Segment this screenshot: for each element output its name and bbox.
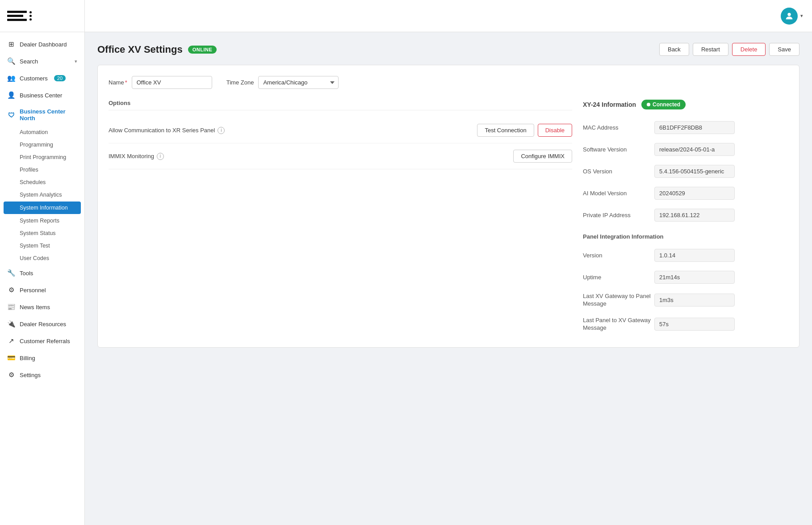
immix-label-area: IMMIX Monitoring i bbox=[109, 153, 164, 160]
user-menu[interactable]: ▾ bbox=[781, 8, 803, 25]
sidebar-label-search: Search bbox=[20, 58, 38, 65]
shield-icon: 🛡 bbox=[7, 111, 15, 119]
sidebar-sub-item-profiles[interactable]: Profiles bbox=[0, 164, 84, 176]
back-button[interactable]: Back bbox=[659, 43, 689, 56]
field-label: Private IP Address bbox=[583, 204, 654, 226]
sidebar-sub-item-system-test[interactable]: System Test bbox=[0, 239, 84, 252]
sidebar-sub-item-automation[interactable]: Automation bbox=[0, 126, 84, 139]
field-value: release/2024-05-01-a bbox=[654, 143, 735, 156]
timezone-select[interactable]: America/Chicago America/New_York America… bbox=[258, 76, 339, 89]
allow-comm-label-area: Allow Communication to XR Series Panel i bbox=[109, 127, 225, 134]
allow-comm-label: Allow Communication to XR Series Panel bbox=[109, 127, 215, 134]
table-row: MAC Address 6B1DFF2F8DB8 bbox=[583, 117, 788, 139]
sidebar-label-dealer-dashboard: Dealer Dashboard bbox=[20, 41, 67, 48]
table-row: Software Version release/2024-05-01-a bbox=[583, 139, 788, 160]
connected-badge: Connected bbox=[641, 100, 686, 109]
panel-info-table: Version 1.0.14 Uptime 21m14s Last XV Gat… bbox=[583, 244, 788, 336]
form-group-timezone: Time Zone America/Chicago America/New_Yo… bbox=[226, 76, 339, 89]
table-row: Version 1.0.14 bbox=[583, 244, 788, 266]
name-label: Name* bbox=[109, 79, 127, 86]
sidebar-item-business-center-north[interactable]: 🛡 Business Center North bbox=[0, 104, 84, 126]
allow-comm-row: Allow Communication to XR Series Panel i… bbox=[109, 118, 572, 143]
avatar bbox=[781, 8, 798, 25]
immix-info-icon[interactable]: i bbox=[157, 153, 164, 160]
field-label: MAC Address bbox=[583, 117, 654, 139]
sidebar-sub-item-user-codes[interactable]: User Codes bbox=[0, 252, 84, 265]
field-value: 5.4.156-0504155-generic bbox=[654, 165, 735, 178]
field-value: 1.0.14 bbox=[654, 249, 735, 262]
sidebar-label-news-items: News Items bbox=[20, 304, 50, 311]
table-row: OS Version 5.4.156-0504155-generic bbox=[583, 160, 788, 182]
field-value: 57s bbox=[654, 318, 735, 331]
options-section: Options Allow Communication to XR Series… bbox=[109, 100, 572, 336]
name-input[interactable] bbox=[132, 76, 212, 89]
field-value: 1m3s bbox=[654, 294, 735, 307]
page-title-area: Office XV Settings ONLINE bbox=[97, 44, 217, 55]
test-connection-button[interactable]: Test Connection bbox=[477, 124, 534, 137]
news-icon: 📰 bbox=[7, 303, 15, 311]
xy24-info-table: MAC Address 6B1DFF2F8DB8 Software Versio… bbox=[583, 117, 788, 226]
sidebar-sub-item-programming[interactable]: Programming bbox=[0, 139, 84, 151]
sidebar-label-customer-referrals: Customer Referrals bbox=[20, 338, 70, 344]
sidebar-item-billing[interactable]: 💳 Billing bbox=[0, 349, 84, 366]
logo bbox=[0, 0, 84, 32]
restart-button[interactable]: Restart bbox=[693, 43, 728, 56]
search-icon: 🔍 bbox=[7, 57, 15, 65]
field-value: 6B1DFF2F8DB8 bbox=[654, 121, 735, 134]
sidebar-item-dealer-dashboard[interactable]: ⊞ Dealer Dashboard bbox=[0, 36, 84, 53]
sidebar-sub-item-print-programming[interactable]: Print Programming bbox=[0, 151, 84, 164]
delete-button[interactable]: Delete bbox=[732, 43, 766, 56]
sidebar-item-search[interactable]: 🔍 Search ▾ bbox=[0, 53, 84, 70]
person-icon: 👤 bbox=[7, 91, 15, 99]
table-row: Last XV Gateway to Panel Message 1m3s bbox=[583, 288, 788, 312]
allow-comm-info-icon[interactable]: i bbox=[218, 127, 225, 134]
sidebar-sub-item-schedules[interactable]: Schedules bbox=[0, 176, 84, 189]
connected-label: Connected bbox=[653, 101, 680, 108]
billing-icon: 💳 bbox=[7, 354, 15, 362]
table-row: Uptime 21m14s bbox=[583, 266, 788, 288]
header-buttons: Back Restart Delete Save bbox=[659, 43, 799, 56]
sidebar-item-customers[interactable]: 👥 Customers 20 bbox=[0, 70, 84, 87]
field-label: Last Panel to XV Gateway Message bbox=[583, 312, 654, 336]
immix-actions: Configure IMMIX bbox=[513, 150, 572, 163]
sidebar-sub-item-system-information[interactable]: System Information bbox=[4, 202, 81, 214]
two-col-layout: Options Allow Communication to XR Series… bbox=[109, 100, 788, 336]
grid-icon: ⊞ bbox=[7, 40, 15, 48]
sidebar-item-customer-referrals[interactable]: ↗ Customer Referrals bbox=[0, 332, 84, 349]
sidebar-label-tools: Tools bbox=[20, 270, 33, 277]
sidebar-item-dealer-resources[interactable]: 🔌 Dealer Resources bbox=[0, 315, 84, 332]
sidebar-item-personnel[interactable]: ⚙ Personnel bbox=[0, 281, 84, 298]
chevron-icon: ▾ bbox=[75, 59, 77, 64]
logo-icon-right bbox=[29, 11, 32, 21]
sidebar-sub-item-system-analytics[interactable]: System Analytics bbox=[0, 189, 84, 201]
main-content: ▾ Office XV Settings ONLINE Back Restart… bbox=[85, 0, 812, 525]
sidebar-label-business-center: Business Center bbox=[20, 92, 62, 99]
field-label: AI Model Version bbox=[583, 182, 654, 204]
table-row: Last Panel to XV Gateway Message 57s bbox=[583, 312, 788, 336]
table-row: Private IP Address 192.168.61.122 bbox=[583, 204, 788, 226]
immix-row: IMMIX Monitoring i Configure IMMIX bbox=[109, 143, 572, 169]
xy24-header: XY-24 Information Connected bbox=[583, 100, 788, 109]
field-value: 20240529 bbox=[654, 187, 735, 200]
sidebar-item-news-items[interactable]: 📰 News Items bbox=[0, 298, 84, 315]
xy24-title: XY-24 Information bbox=[583, 101, 636, 108]
personnel-icon: ⚙ bbox=[7, 286, 15, 294]
form-group-name: Name* bbox=[109, 76, 212, 89]
configure-immix-button[interactable]: Configure IMMIX bbox=[513, 150, 572, 163]
field-label: Software Version bbox=[583, 139, 654, 160]
disable-button[interactable]: Disable bbox=[538, 124, 572, 137]
options-title: Options bbox=[109, 100, 572, 110]
field-value: 192.168.61.122 bbox=[654, 209, 735, 222]
page-content: Office XV Settings ONLINE Back Restart D… bbox=[85, 32, 812, 525]
save-button[interactable]: Save bbox=[769, 43, 799, 56]
page-title: Office XV Settings bbox=[97, 44, 183, 55]
sidebar-sub-item-system-reports[interactable]: System Reports bbox=[0, 214, 84, 227]
sidebar: ⊞ Dealer Dashboard 🔍 Search ▾ 👥 Customer… bbox=[0, 0, 85, 525]
sidebar-item-settings[interactable]: ⚙ Settings bbox=[0, 366, 84, 383]
sidebar-label-billing: Billing bbox=[20, 355, 35, 361]
sidebar-item-business-center[interactable]: 👤 Business Center bbox=[0, 87, 84, 104]
allow-comm-actions: Test Connection Disable bbox=[477, 124, 572, 137]
sidebar-item-tools[interactable]: 🔧 Tools bbox=[0, 265, 84, 281]
sidebar-sub-item-system-status[interactable]: System Status bbox=[0, 227, 84, 239]
field-label: Version bbox=[583, 244, 654, 266]
